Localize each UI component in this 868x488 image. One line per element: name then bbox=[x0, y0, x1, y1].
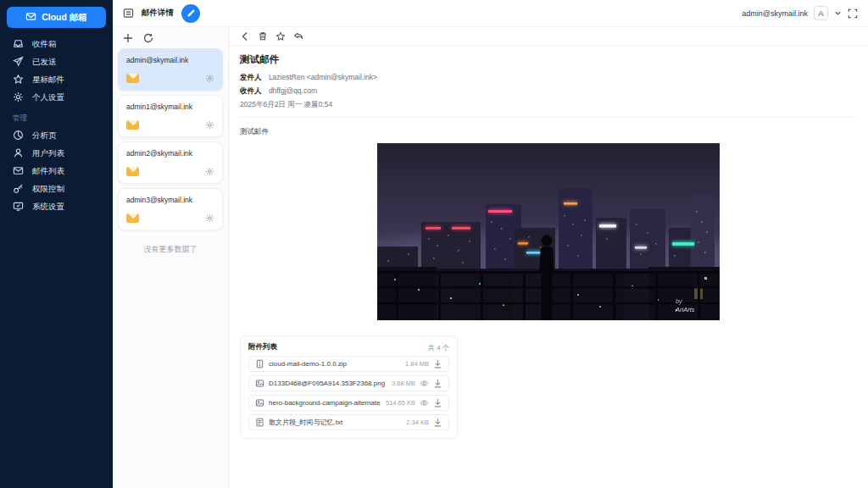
account-settings-icon[interactable] bbox=[205, 74, 214, 83]
add-account-icon[interactable] bbox=[123, 33, 133, 43]
watermark-name: AriArts bbox=[675, 306, 695, 313]
to-value: dhffgj@qq.com bbox=[269, 86, 317, 95]
chevron-down-icon[interactable] bbox=[834, 9, 842, 17]
mailbox-icon bbox=[126, 214, 139, 223]
download-icon[interactable] bbox=[433, 418, 442, 427]
mailbox-icon bbox=[126, 74, 139, 83]
account-column: admin@skymail.ink admin1@skymail.ink bbox=[113, 27, 229, 488]
mail-to-row: 收件人 dhffgj@qq.com bbox=[240, 86, 856, 97]
sidebar-item-label: 已发送 bbox=[32, 56, 57, 67]
key-icon bbox=[13, 183, 24, 194]
download-icon[interactable] bbox=[433, 359, 442, 369]
sidebar-item-system-settings[interactable]: 系统设置 bbox=[0, 197, 113, 215]
account-email: admin3@skymail.ink bbox=[126, 196, 214, 204]
mailbox-icon bbox=[126, 167, 139, 176]
sidebar-item-sent[interactable]: 已发送 bbox=[0, 53, 113, 70]
attachment-panel: 附件列表 共 4 个 cloud-mail-demo-1.0.0.zip 1.8… bbox=[240, 336, 458, 439]
sidebar-item-label: 收件箱 bbox=[32, 38, 57, 49]
logo-label: Cloud 邮箱 bbox=[42, 12, 87, 24]
account-email: admin1@skymail.ink bbox=[126, 103, 214, 111]
attachment-row[interactable]: hero-background-campaign-alternate.png 5… bbox=[248, 395, 449, 411]
attachment-row[interactable]: D133D468@F095A914.353F2368.png 3.68 MB bbox=[248, 375, 449, 391]
account-card[interactable]: admin2@skymail.ink bbox=[118, 141, 223, 184]
user-icon bbox=[13, 147, 24, 158]
mailbox-icon bbox=[126, 120, 139, 130]
sidebar-item-starred[interactable]: 星标邮件 bbox=[0, 70, 113, 88]
collapse-list-icon[interactable] bbox=[123, 8, 134, 19]
mail-from-row: 发件人 LaziestRen <admin@skymail.ink> bbox=[240, 73, 856, 83]
gear-icon bbox=[13, 92, 24, 103]
content-row: admin@skymail.ink admin1@skymail.ink bbox=[113, 27, 868, 488]
sidebar-item-user-list[interactable]: 用户列表 bbox=[0, 144, 113, 162]
sidebar-item-mail-list[interactable]: 邮件列表 bbox=[0, 162, 113, 180]
account-settings-icon[interactable] bbox=[205, 120, 214, 130]
attachment-name: D133D468@F095A914.353F2368.png bbox=[269, 380, 387, 387]
city-night-image: by AriArts bbox=[377, 143, 720, 320]
fullscreen-icon[interactable] bbox=[848, 8, 858, 19]
preview-eye-icon[interactable] bbox=[420, 379, 429, 388]
account-settings-icon[interactable] bbox=[205, 214, 214, 223]
mail-list-icon bbox=[13, 165, 24, 176]
send-icon bbox=[13, 56, 24, 67]
attachment-size: 514.65 KB bbox=[386, 399, 415, 407]
panel-title: 邮件详情 bbox=[142, 8, 174, 19]
right-region: 邮件详情 admin@skymail.ink A bbox=[113, 0, 868, 488]
mail-image-wrap: by AriArts bbox=[240, 143, 856, 320]
logo-button[interactable]: Cloud 邮箱 bbox=[7, 7, 106, 28]
sidebar-item-personal-settings[interactable]: 个人设置 bbox=[0, 88, 113, 106]
attachment-size: 1.84 MB bbox=[405, 360, 429, 368]
mail-title: 测试邮件 bbox=[240, 53, 856, 66]
text-file-icon bbox=[255, 418, 264, 427]
envelope-icon bbox=[25, 11, 36, 24]
sidebar-item-label: 邮件列表 bbox=[32, 165, 64, 176]
sidebar-item-label: 个人设置 bbox=[32, 92, 64, 103]
star-icon[interactable] bbox=[275, 31, 286, 42]
to-label: 收件人 bbox=[240, 86, 262, 95]
attachment-name: cloud-mail-demo-1.0.0.zip bbox=[269, 360, 401, 368]
refresh-icon[interactable] bbox=[143, 33, 153, 43]
attachment-row[interactable]: cloud-mail-demo-1.0.0.zip 1.84 MB bbox=[248, 356, 449, 372]
download-icon[interactable] bbox=[433, 398, 442, 408]
sidebar-nav: 收件箱 已发送 星标邮件 个人设置 管理 分析页 用户列表 bbox=[0, 35, 113, 215]
account-card[interactable]: admin@skymail.ink bbox=[118, 48, 223, 91]
mail-body-text: 测试邮件 bbox=[240, 127, 856, 137]
panel-header: 邮件详情 bbox=[123, 4, 200, 23]
attachment-row[interactable]: 散文片段_时间与记忆.txt 2.34 KB bbox=[248, 414, 449, 430]
divider bbox=[240, 117, 856, 118]
user-email: admin@skymail.ink bbox=[742, 9, 808, 18]
mail-toolbar bbox=[229, 27, 868, 46]
trash-icon[interactable] bbox=[258, 31, 268, 42]
attachment-count: 共 4 个 bbox=[428, 343, 449, 352]
account-email: admin2@skymail.ink bbox=[126, 149, 214, 158]
star-icon bbox=[13, 74, 24, 85]
image-file-icon bbox=[255, 379, 264, 388]
mail-date: 2025年6月2日 周一 凌晨0:54 bbox=[240, 100, 856, 110]
sidebar-item-analytics[interactable]: 分析页 bbox=[0, 126, 113, 144]
reply-icon[interactable] bbox=[293, 31, 303, 42]
back-icon[interactable] bbox=[240, 31, 250, 42]
mail-detail-pane: 测试邮件 发件人 LaziestRen <admin@skymail.ink> … bbox=[229, 27, 868, 488]
compose-button[interactable] bbox=[181, 4, 200, 23]
attachment-name: hero-background-campaign-alternate.png bbox=[269, 399, 381, 407]
sidebar-item-label: 用户列表 bbox=[32, 147, 64, 158]
account-toolbar bbox=[113, 27, 228, 48]
attachment-title: 附件列表 bbox=[248, 342, 277, 352]
attachment-size: 3.68 MB bbox=[392, 380, 415, 387]
from-value: LaziestRen <admin@skymail.ink> bbox=[269, 73, 377, 81]
account-card[interactable]: admin3@skymail.ink bbox=[118, 188, 223, 230]
zip-file-icon bbox=[255, 359, 264, 369]
attachment-size: 2.34 KB bbox=[406, 419, 429, 426]
sidebar-item-label: 分析页 bbox=[32, 130, 57, 141]
top-header: 邮件详情 admin@skymail.ink A bbox=[113, 0, 868, 27]
sidebar-item-permissions[interactable]: 权限控制 bbox=[0, 180, 113, 197]
sidebar-item-label: 权限控制 bbox=[32, 183, 64, 194]
download-icon[interactable] bbox=[433, 379, 442, 388]
preview-eye-icon[interactable] bbox=[420, 398, 429, 408]
app-root: Cloud 邮箱 收件箱 已发送 星标邮件 个人设置 管理 分析页 bbox=[0, 0, 868, 488]
account-settings-icon[interactable] bbox=[205, 167, 214, 176]
avatar[interactable]: A bbox=[814, 6, 828, 20]
account-card[interactable]: admin1@skymail.ink bbox=[118, 95, 223, 137]
user-area: admin@skymail.ink A bbox=[742, 6, 858, 20]
from-label: 发件人 bbox=[240, 73, 262, 81]
sidebar-item-inbox[interactable]: 收件箱 bbox=[0, 35, 113, 53]
